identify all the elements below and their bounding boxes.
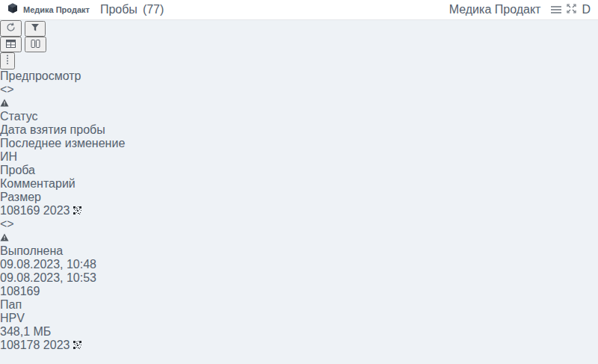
samples-count: (77) (143, 3, 164, 16)
refresh-button[interactable] (0, 20, 22, 37)
filter-button[interactable] (25, 21, 46, 37)
slide-label-text: 108169 2023 (0, 204, 70, 217)
comment-cell: HPV (0, 312, 598, 325)
slide-label-area: 108169 2023 (0, 204, 81, 217)
qr-code-icon (73, 341, 81, 349)
column-header-size[interactable]: Размер (0, 191, 598, 204)
avatar-letter: D (582, 3, 591, 16)
code-icon: <> (0, 218, 14, 230)
table-row[interactable]: 108178 2023 (0, 339, 598, 364)
slide-label-text: 108178 2023 (0, 339, 70, 351)
page-title: Пробы (100, 3, 138, 16)
status-cell: Выполнена (0, 244, 598, 258)
qr-code-icon (73, 206, 81, 215)
sample-preview[interactable]: 108169 2023 (0, 204, 598, 218)
more-options-button[interactable] (0, 52, 15, 70)
id-cell: 108169 (0, 285, 598, 298)
sample-preview[interactable]: 108178 2023 (0, 339, 598, 352)
column-header-last-modified[interactable]: Последнее изменение (0, 137, 598, 150)
card-view-button[interactable] (25, 37, 46, 52)
slide-label-area: 108178 2023 (0, 339, 81, 351)
column-header-date-taken[interactable]: Дата взятия пробы (0, 123, 598, 137)
column-header-preview[interactable]: Предпросмотр (0, 70, 598, 83)
table-row[interactable]: 108169 2023 (0, 204, 598, 339)
date-taken-cell: 09.08.2023, 10:48 (0, 258, 598, 271)
table-header: Предпросмотр <> Статус Дата взятия пробы… (0, 70, 598, 204)
column-header-id[interactable]: ИН (0, 150, 598, 164)
column-header-status[interactable]: Статус (0, 110, 598, 123)
org-name[interactable]: Медика Продакт (449, 3, 541, 16)
top-bar: Медика Продакт Пробы (77) Медика Продакт… (0, 0, 598, 20)
last-modified-cell: 09.08.2023, 10:53 (0, 271, 598, 285)
warning-column-icon[interactable] (0, 96, 9, 109)
code-column-icon[interactable]: <> (0, 83, 14, 96)
warning-icon (0, 231, 9, 244)
fullscreen-icon[interactable] (567, 3, 576, 16)
toolbar (0, 20, 598, 70)
table-body: 108169 2023 (0, 204, 598, 364)
sample-cell: Пап (0, 298, 598, 312)
user-avatar[interactable]: D (582, 3, 591, 16)
samples-table: Предпросмотр <> Статус Дата взятия пробы… (0, 70, 598, 364)
column-header-sample[interactable]: Проба (0, 164, 598, 177)
column-header-comment[interactable]: Комментарий (0, 177, 598, 191)
menu-icon[interactable] (551, 3, 561, 16)
view-toggle (0, 37, 598, 52)
brand-logo-icon (7, 3, 18, 16)
table-view-button[interactable] (0, 37, 22, 52)
size-cell: 348,1 МБ (0, 325, 598, 339)
brand-name: Медика Продакт (23, 5, 90, 14)
